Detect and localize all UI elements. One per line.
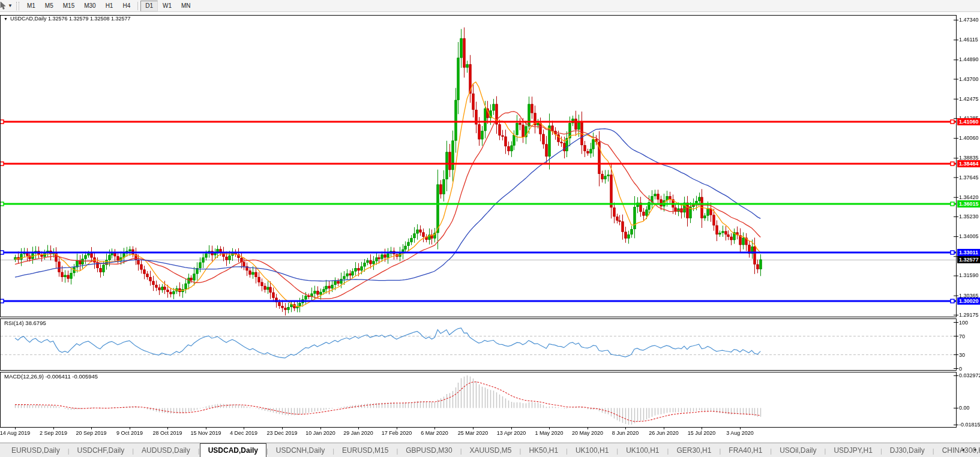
chart-tab-fra40-h1[interactable]: FRA40,H1 bbox=[721, 444, 770, 457]
chart-tab-uk100-h1[interactable]: UK100,H1 bbox=[618, 444, 667, 457]
toolbar-separator bbox=[137, 2, 138, 10]
timeframe-toolbar: ▼ M1M5M15M30H1H4D1W1MN bbox=[0, 0, 980, 12]
chart-tab-gbpusd-m30[interactable]: GBPUSD,M30 bbox=[398, 444, 460, 457]
chart-tab-usoil-daily[interactable]: USOil,Daily bbox=[772, 444, 824, 457]
timeframe-button-d1[interactable]: D1 bbox=[140, 1, 158, 11]
tab-scroll-left-icon[interactable]: ◄ bbox=[961, 447, 965, 452]
chart-tab-hk50-h1[interactable]: HK50,H1 bbox=[521, 444, 566, 457]
chart-tabbar: EURUSD,Daily|USDCHF,Daily|AUDUSD,Daily|U… bbox=[0, 443, 980, 457]
timeframe-button-m5[interactable]: M5 bbox=[40, 1, 58, 11]
chart-tab-xauusd-m5[interactable]: XAUUSD,M5 bbox=[462, 444, 520, 457]
chart-tab-usdjpy-h1[interactable]: USDJPY,H1 bbox=[826, 444, 880, 457]
chart-tab-ger30-h1[interactable]: GER30,H1 bbox=[669, 444, 719, 457]
chart-tab-dj30-daily[interactable]: DJ30,Daily bbox=[882, 444, 933, 457]
timeframe-button-m1[interactable]: M1 bbox=[22, 1, 40, 11]
chart-tab-audusd-daily[interactable]: AUDUSD,Daily bbox=[134, 444, 198, 457]
chart-tab-eurusd-daily[interactable]: EURUSD,Daily bbox=[4, 444, 68, 457]
chart-tab-uk100-h1[interactable]: UK100,H1 bbox=[568, 444, 616, 457]
timeframe-button-h1[interactable]: H1 bbox=[101, 1, 118, 11]
chart-tab-usdchf-daily[interactable]: USDCHF,Daily bbox=[70, 444, 133, 457]
cursor-tool-icon[interactable] bbox=[0, 1, 7, 10]
price-chart-canvas[interactable] bbox=[0, 12, 980, 443]
timeframe-button-m30[interactable]: M30 bbox=[79, 1, 100, 11]
timeframe-button-m15[interactable]: M15 bbox=[58, 1, 79, 11]
timeframe-button-mn[interactable]: MN bbox=[176, 1, 196, 11]
timeframe-button-h4[interactable]: H4 bbox=[118, 1, 135, 11]
chart-tab-usdcad-daily[interactable]: USDCAD,Daily bbox=[200, 443, 266, 457]
chart-tab-eurusd-m15[interactable]: EURUSD,M15 bbox=[334, 444, 396, 457]
tab-scroll-right-icon[interactable]: ► bbox=[973, 447, 978, 452]
timeframe-button-w1[interactable]: W1 bbox=[158, 1, 176, 11]
dropdown-caret-icon[interactable]: ▼ bbox=[8, 3, 13, 8]
toolbar-grip bbox=[16, 2, 19, 10]
chart-tab-usdcnh-daily[interactable]: USDCNH,Daily bbox=[268, 444, 332, 457]
